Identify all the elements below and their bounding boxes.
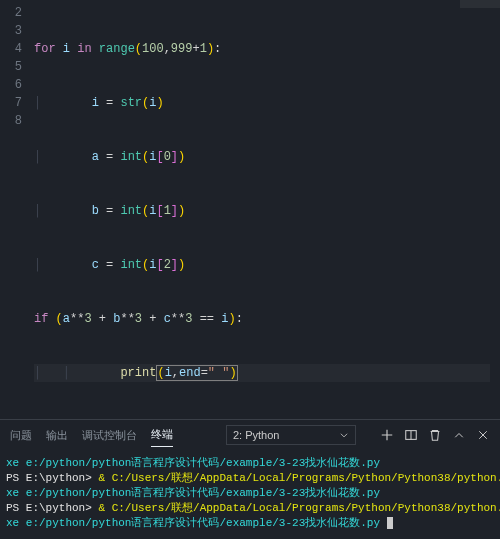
code-line-8[interactable]: │ │ print(i,end=" ") xyxy=(34,364,500,382)
code-line-3[interactable]: │ i = str(i) xyxy=(34,94,500,112)
chevron-down-icon xyxy=(339,430,349,440)
maximize-panel-icon[interactable] xyxy=(452,428,466,442)
code-line-5[interactable]: │ b = int(i[1]) xyxy=(34,202,500,220)
terminal-line: xe e:/python/python语言程序设计代码/example/3-23… xyxy=(6,486,492,501)
tab-terminal[interactable]: 终端 xyxy=(151,423,173,447)
terminal-output[interactable]: xe e:/python/python语言程序设计代码/example/3-23… xyxy=(0,450,500,539)
terminal-selector-label: 2: Python xyxy=(233,429,279,441)
line-number: 6 xyxy=(0,76,22,94)
panel-tab-bar: 问题 输出 调试控制台 终端 2: Python xyxy=(0,420,500,450)
terminal-line: xe e:/python/python语言程序设计代码/example/3-23… xyxy=(6,456,492,471)
line-number: 3 xyxy=(0,22,22,40)
terminal-cursor xyxy=(387,517,393,529)
terminal-selector[interactable]: 2: Python xyxy=(226,425,356,445)
close-panel-icon[interactable] xyxy=(476,428,490,442)
new-terminal-icon[interactable] xyxy=(380,428,394,442)
code-line-7[interactable]: if (a**3 + b**3 + c**3 == i): xyxy=(34,310,500,328)
line-number-gutter: 2 3 4 5 6 7 8 xyxy=(0,4,34,419)
code-line-2[interactable]: for i in range(100,999+1): xyxy=(34,40,500,58)
line-number: 7 xyxy=(0,94,22,112)
tab-problems[interactable]: 问题 xyxy=(10,424,32,447)
line-number: 8 xyxy=(0,112,22,130)
kill-terminal-icon[interactable] xyxy=(428,428,442,442)
terminal-line: PS E:\python> & C:/Users/联想/AppData/Loca… xyxy=(6,501,492,516)
code-line-4[interactable]: │ a = int(i[0]) xyxy=(34,148,500,166)
editor-area: 2 3 4 5 6 7 8 for i in range(100,999+1):… xyxy=(0,0,500,419)
terminal-line: PS E:\python> & C:/Users/联想/AppData/Loca… xyxy=(6,471,492,486)
code-line-6[interactable]: │ c = int(i[2]) xyxy=(34,256,500,274)
terminal-line: xe e:/python/python语言程序设计代码/example/3-23… xyxy=(6,516,492,531)
bottom-panel: 问题 输出 调试控制台 终端 2: Python xe e:/python/py… xyxy=(0,419,500,539)
line-number: 4 xyxy=(0,40,22,58)
line-number: 5 xyxy=(0,58,22,76)
tab-output[interactable]: 输出 xyxy=(46,424,68,447)
line-number: 2 xyxy=(0,4,22,22)
tab-debug-console[interactable]: 调试控制台 xyxy=(82,424,137,447)
code-content[interactable]: for i in range(100,999+1): │ i = str(i) … xyxy=(34,4,500,419)
split-terminal-icon[interactable] xyxy=(404,428,418,442)
